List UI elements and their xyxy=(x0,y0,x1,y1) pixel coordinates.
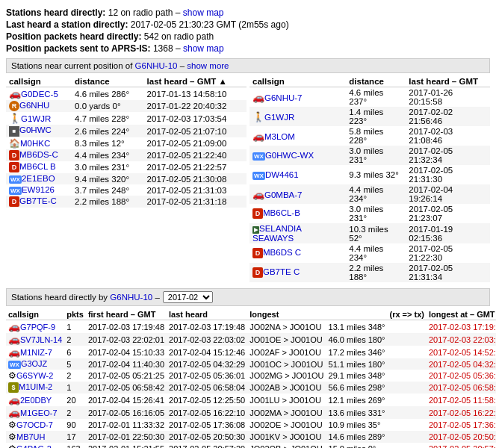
nearby-tables: callsign distance last heard – GMT ▲ 🚗G0… xyxy=(6,76,490,282)
callsign-link[interactable]: G1WJR xyxy=(264,113,294,122)
heard-last: 2017-02-05 04:32:29 xyxy=(167,358,247,370)
month-select[interactable]: 2017-02 2017-01 xyxy=(163,291,213,303)
heard-last: 2017-02-03 22:03:02 xyxy=(167,333,247,346)
longest-at-link[interactable]: 2017-02-05 11:58:44 xyxy=(429,396,496,405)
nearby-callsign: ▶SELANDIA SEAWAYS xyxy=(249,223,346,243)
heard-blank xyxy=(388,382,427,393)
callsign-link[interactable]: MB6CL B xyxy=(19,162,56,171)
heard-longest-at: 2017-02-05 14:52:36 xyxy=(427,346,496,358)
heard-miles: 15.0 miles 0° xyxy=(326,443,388,448)
heard-callsign: 🚗SV7JLN-14 xyxy=(6,333,64,346)
longest-at-link[interactable]: 2017-02-03 22:03:02 xyxy=(429,335,496,344)
callsign-link[interactable]: G0DEC-5 xyxy=(21,90,58,99)
heard-callsign-link[interactable]: 2E0DBY xyxy=(20,396,52,405)
heard-blank xyxy=(388,431,427,443)
heard-path: JO01OC > JO01OU xyxy=(247,358,326,370)
heard-miles: 13.1 miles 348° xyxy=(326,320,388,334)
g6nhu10-link[interactable]: G6NHU-10 xyxy=(135,61,178,70)
heard-first: 2017-02-03 17:19:48 xyxy=(86,320,167,334)
info-aprs-is: Position packets sent to APRS-IS: 1368 –… xyxy=(6,43,490,54)
callsign-link[interactable]: MB6CL-B xyxy=(263,208,300,217)
heard-longest-at: 2017-02-05 20:57:29 xyxy=(427,443,496,448)
heard-col-longest-at: longest at – GMT xyxy=(427,309,496,320)
heard-pkts: 163 xyxy=(64,443,86,448)
nearby-callsign: DGB7TE-C xyxy=(6,196,72,208)
nearby-right-row: DMB6CL-B 3.0 miles 231° 2017-02-05 21:23… xyxy=(249,204,490,223)
heard-path: JO02OE > JO01OU xyxy=(247,419,326,431)
callsign-link[interactable]: MB6DS C xyxy=(263,248,301,257)
heard-longest-at: 2017-02-05 16:22:10 xyxy=(427,406,496,419)
heard-longest-at: 2017-02-03 17:19:48 xyxy=(427,320,496,334)
callsign-link[interactable]: MB6DS-C xyxy=(19,150,58,159)
heard-first: 2017-02-05 16:16:05 xyxy=(86,406,167,419)
nearby-callsign: WXEW9126 xyxy=(6,184,72,196)
longest-at-link[interactable]: 2017-02-05 04:32:29 xyxy=(429,360,496,369)
heard-callsign-link[interactable]: G7PQF-9 xyxy=(20,323,55,332)
heard-path: JO02MG > JO01OU xyxy=(247,370,326,382)
longest-at-link[interactable]: 2017-02-05 17:36:08 xyxy=(429,420,496,429)
longest-at-link[interactable]: 2017-02-05 16:22:10 xyxy=(429,408,496,417)
longest-at-link[interactable]: 2017-02-05 05:36:01 xyxy=(429,371,496,380)
callsign-link[interactable]: G0HWC xyxy=(19,125,52,134)
callsign-link[interactable]: G6NHU xyxy=(19,101,49,110)
callsign-link[interactable]: EW9126 xyxy=(22,185,55,194)
info-stations-heard: Stations heard directly: 12 on radio pat… xyxy=(6,7,490,18)
heard-callsign-link[interactable]: G6SYW-2 xyxy=(16,371,53,380)
heard-pkts: 2 xyxy=(64,370,86,382)
nearby-date: 2017-02-05 21:31:30 xyxy=(406,165,490,184)
heard-miles: 12.1 miles 269° xyxy=(326,393,388,406)
heard-callsign-link[interactable]: M1GEO-7 xyxy=(20,408,58,417)
callsign-link[interactable]: G6NHU-7 xyxy=(264,93,302,102)
heard-longest-at: 2017-02-05 17:36:08 xyxy=(427,419,496,431)
heard-callsign-link[interactable]: SV7JLN-14 xyxy=(20,335,62,344)
heard-first: 2017-02-04 15:10:33 xyxy=(86,346,167,358)
show-map-link-1[interactable]: show map xyxy=(183,7,224,18)
callsign-link[interactable]: SELANDIA SEAWAYS xyxy=(252,224,301,243)
nearby-left-row: 🚗G0DEC-5 4.6 miles 286° 2017-01-13 14:58… xyxy=(6,87,247,101)
heard-callsign: ⚙G7OCD-7 xyxy=(6,419,64,431)
callsign-link[interactable]: G1WJR xyxy=(21,114,51,123)
heard-path: JO02OB > JO01OU xyxy=(247,443,326,448)
nearby-distance: 3.0 miles 231° xyxy=(72,161,144,173)
col-callsign-right: callsign xyxy=(249,76,346,87)
callsign-link[interactable]: DW4461 xyxy=(265,170,299,179)
show-more-link[interactable]: show more xyxy=(187,61,229,70)
g6nhu10-heard-link[interactable]: G6NHU-10 xyxy=(110,293,152,302)
heard-callsign-link[interactable]: MB7UH xyxy=(16,432,46,441)
longest-at-link[interactable]: 2017-02-05 14:52:36 xyxy=(429,348,496,357)
heard-callsign-link[interactable]: G7OCD-7 xyxy=(16,420,53,429)
info-position-packets: Position packets heard directly: 542 on … xyxy=(6,31,490,42)
heard-callsign-link[interactable]: M1NIZ-7 xyxy=(20,348,52,357)
heard-callsign-link[interactable]: G4PAG-2 xyxy=(16,444,52,448)
heard-callsign: 🚗M1GEO-7 xyxy=(6,406,64,419)
heard-longest-at: 2017-02-05 05:36:01 xyxy=(427,370,496,382)
longest-at-link[interactable]: 2017-02-05 20:50:30 xyxy=(429,432,496,441)
nearby-callsign: 🚗G0MBA-7 xyxy=(249,184,346,204)
heard-row: 🚗M1NIZ-7 6 2017-02-04 15:10:33 2017-02-0… xyxy=(6,346,496,358)
longest-at-link[interactable]: 2017-02-05 06:58:04 xyxy=(429,383,496,392)
heard-col-first: first heard – GMT xyxy=(86,309,167,320)
heard-first: 2017-02-01 22:50:30 xyxy=(86,431,167,443)
nearby-date: 2017-02-03 17:03:54 xyxy=(144,112,247,125)
callsign-link[interactable]: GB7TE C xyxy=(263,267,300,276)
heard-blank xyxy=(388,370,427,382)
heard-longest-at: 2017-02-05 04:32:29 xyxy=(427,358,496,370)
callsign-link[interactable]: G0HWC-WX xyxy=(265,151,314,160)
longest-at-link[interactable]: 2017-02-03 17:19:48 xyxy=(429,323,496,332)
callsign-link[interactable]: GB7TE-C xyxy=(19,196,57,205)
nearby-callsign: WX2E1EBO xyxy=(6,173,72,184)
heard-first: 2017-02-01 11:33:32 xyxy=(86,419,167,431)
heard-row: $M1UIM-2 1 2017-02-05 06:58:42 2017-02-0… xyxy=(6,382,496,393)
heard-last: 2017-02-05 12:25:50 xyxy=(167,393,247,406)
heard-callsign-link[interactable]: M1UIM-2 xyxy=(19,382,52,391)
callsign-link[interactable]: G0MBA-7 xyxy=(264,190,303,199)
longest-at-link[interactable]: 2017-02-05 20:57:29 xyxy=(429,444,496,448)
callsign-link[interactable]: M0HKC xyxy=(20,139,50,148)
heard-blank xyxy=(388,393,427,406)
heard-callsign-link[interactable]: G3OJZ xyxy=(21,359,47,368)
callsign-link[interactable]: 2E1EBO xyxy=(22,174,55,183)
nearby-left-row: DMB6DS-C 4.4 miles 234° 2017-02-05 21:22… xyxy=(6,149,247,161)
heard-callsign: ⚙G4PAG-2 xyxy=(6,443,64,448)
show-map-link-2[interactable]: show map xyxy=(183,43,224,54)
callsign-link[interactable]: M3LOM xyxy=(264,132,295,141)
